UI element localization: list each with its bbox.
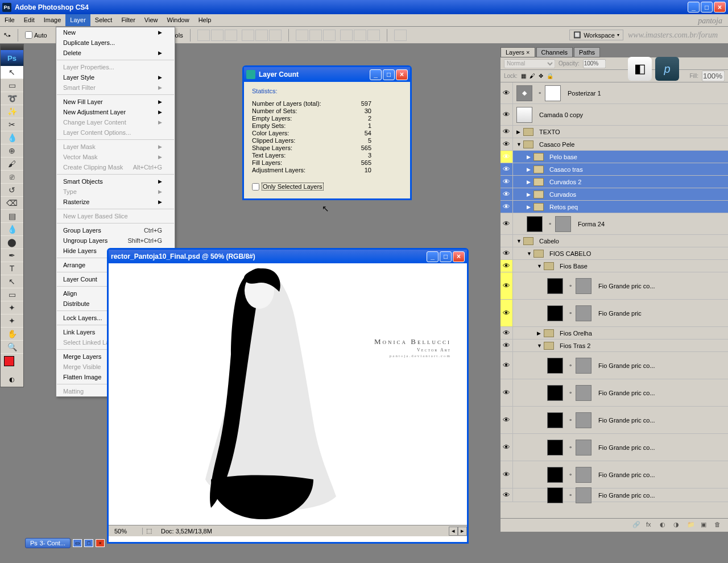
link-mask-icon[interactable]: ⚬ (568, 492, 574, 498)
mask-thumbnail[interactable] (576, 467, 592, 483)
visibility-toggle[interactable]: 👁 (500, 272, 513, 299)
mask-thumbnail[interactable] (576, 278, 592, 294)
layer-thumbnail[interactable] (547, 412, 563, 428)
blend-mode-select[interactable]: Normal (504, 59, 555, 68)
layer-row[interactable]: 👁▶Curvados (500, 188, 728, 201)
layer-name[interactable]: Fios Orelha (556, 330, 592, 337)
layer-row[interactable]: 👁⚬Fio Grande pric co... (500, 352, 728, 379)
disclosure-triangle[interactable]: ▶ (537, 330, 544, 336)
layer-row[interactable]: 👁▶TEXTO (500, 126, 728, 138)
gradient-tool[interactable]: ▤ (1, 210, 23, 223)
magic-wand-tool[interactable]: ✨ (1, 105, 23, 118)
layer-name[interactable]: Fio Grande pric co... (595, 283, 655, 289)
link-mask-icon[interactable]: ⚬ (568, 362, 574, 369)
eraser-tool[interactable]: ⌫ (1, 197, 23, 210)
menu-item[interactable]: Layer Style▶ (56, 72, 175, 82)
taskbar-close-button[interactable]: × (96, 539, 105, 547)
layer-row[interactable]: 👁▼Fios Base (500, 260, 728, 272)
layer-row[interactable]: 👁⚬Fio Grande pric co... (500, 461, 728, 489)
menu-item[interactable]: New▶ (56, 27, 175, 38)
color-swatches[interactable] (1, 354, 23, 372)
healing-brush-tool[interactable]: ⊕ (1, 144, 23, 158)
layer-row[interactable]: 👁▶Casaco tras (500, 163, 728, 176)
layer-thumbnail[interactable] (547, 487, 563, 503)
dialog-close-button[interactable]: × (396, 69, 408, 80)
visibility-toggle[interactable]: 👁 (500, 407, 513, 433)
layer-row[interactable]: 👁⚬Forma 24 (500, 213, 728, 235)
cube-panel-icon[interactable]: ◧ (628, 57, 652, 81)
blur-tool[interactable]: 💧 (1, 223, 23, 236)
layer-row[interactable]: 👁▶Fios Orelha (500, 327, 728, 340)
menu-select[interactable]: Select (90, 14, 117, 26)
mask-thumbnail[interactable] (576, 358, 592, 374)
disclosure-triangle[interactable]: ▶ (516, 129, 523, 135)
layer-name[interactable]: Fios Base (556, 263, 588, 270)
menu-item[interactable]: Duplicate Layers... (56, 38, 175, 48)
layer-name[interactable]: Casaco Pele (536, 141, 574, 148)
close-button[interactable]: × (714, 2, 726, 13)
layer-row[interactable]: 👁◆⚬Posterizar 1 (500, 82, 728, 104)
link-mask-icon[interactable]: ⚬ (568, 471, 574, 478)
menu-layer[interactable]: Layer (65, 14, 90, 26)
maximize-button[interactable]: □ (701, 2, 713, 13)
layer-row[interactable]: 👁⚬Fio Grande pric (500, 300, 728, 327)
visibility-toggle[interactable]: 👁 (500, 201, 513, 213)
menu-item[interactable]: New Fill Layer▶ (56, 97, 175, 107)
new-group-icon[interactable]: 📁 (687, 521, 696, 530)
disclosure-triangle[interactable]: ▶ (527, 192, 533, 197)
link-mask-icon[interactable]: ⚬ (568, 283, 574, 289)
disclosure-triangle[interactable]: ▼ (527, 251, 533, 256)
layer-name[interactable]: Cabelo (536, 238, 559, 245)
layer-thumbnail[interactable] (547, 467, 563, 483)
menu-file[interactable]: File (0, 14, 19, 26)
mask-thumbnail[interactable] (555, 216, 571, 232)
mask-thumbnail[interactable] (576, 305, 592, 321)
lock-position-icon[interactable]: ✥ (539, 73, 543, 79)
doc-maximize-button[interactable]: □ (440, 251, 452, 262)
layer-name[interactable]: Fios Tras 2 (556, 342, 590, 349)
layer-name[interactable]: TEXTO (536, 129, 560, 135)
layer-name[interactable]: Fio Grande pric co... (595, 471, 655, 478)
mask-thumbnail[interactable] (576, 487, 592, 503)
layer-list[interactable]: 👁◆⚬Posterizar 1👁Camada 0 copy👁▶TEXTO👁▼Ca… (500, 82, 728, 532)
layer-row[interactable]: 👁⚬Fio Grande pric co... (500, 272, 728, 300)
visibility-toggle[interactable]: 👁 (500, 104, 513, 125)
layer-thumbnail[interactable] (527, 216, 543, 232)
layer-row[interactable]: 👁⚬Fio Grande pric co... (500, 407, 728, 434)
menu-view[interactable]: View (140, 14, 163, 26)
layer-name[interactable]: Camada 0 copy (536, 111, 583, 118)
mask-thumbnail[interactable] (545, 85, 561, 101)
disclosure-triangle[interactable]: ▶ (527, 179, 533, 185)
layer-name[interactable]: Curvados 2 (546, 179, 581, 185)
visibility-toggle[interactable]: 👁 (500, 188, 513, 200)
disclosure-triangle[interactable]: ▶ (527, 204, 533, 210)
layer-name[interactable]: Posterizar 1 (564, 90, 601, 97)
marquee-tool[interactable]: ▭ (1, 79, 23, 92)
dodge-tool[interactable]: ⬤ (1, 236, 23, 249)
layer-name[interactable]: Fio Grande pric co... (595, 390, 655, 396)
menu-item[interactable]: New Adjustment Layer▶ (56, 107, 175, 117)
layer-row[interactable]: 👁▶Pelo base (500, 151, 728, 163)
link-mask-icon[interactable]: ⚬ (568, 417, 574, 423)
panel-tab-channels[interactable]: Channels (536, 47, 573, 57)
link-mask-icon[interactable]: ⚬ (568, 444, 574, 450)
shape-tool[interactable]: ▭ (1, 288, 23, 301)
minimize-button[interactable]: _ (688, 2, 700, 13)
visibility-toggle[interactable]: 👁 (500, 176, 513, 188)
disclosure-triangle[interactable]: ▼ (537, 263, 544, 269)
link-mask-icon[interactable]: ⚬ (568, 390, 574, 396)
new-layer-icon[interactable]: ▣ (701, 521, 710, 530)
menu-edit[interactable]: Edit (19, 14, 39, 26)
layer-name[interactable]: Fio Grande pric co... (595, 444, 655, 451)
layer-thumbnail[interactable]: ◆ (516, 85, 532, 101)
mask-thumbnail[interactable] (576, 385, 592, 401)
layer-row[interactable]: 👁▶Curvados 2 (500, 176, 728, 188)
visibility-toggle[interactable]: 👁 (500, 489, 513, 502)
menu-item[interactable]: Delete▶ (56, 48, 175, 58)
visibility-toggle[interactable]: 👁 (500, 327, 513, 339)
auto-align-button[interactable] (394, 30, 407, 41)
panel-tab-paths[interactable]: Paths (574, 47, 600, 57)
workspace-switcher[interactable]: 🔲Workspace▾ (569, 30, 623, 40)
visibility-toggle[interactable]: 👁 (500, 340, 513, 351)
brush-tool[interactable]: 🖌 (1, 158, 23, 171)
